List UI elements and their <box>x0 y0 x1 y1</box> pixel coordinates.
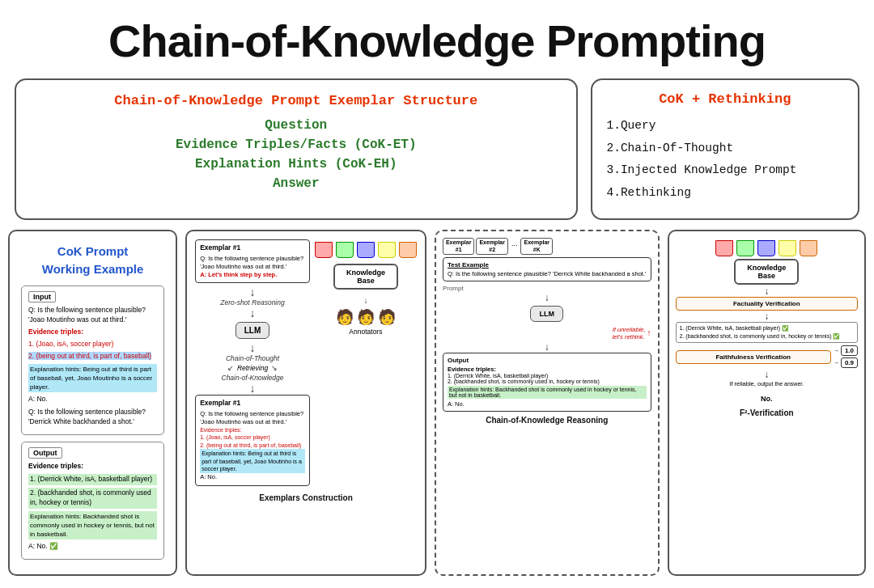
badge-ellipsis: ... <box>510 238 520 255</box>
arrow-cot: ↓ <box>195 342 310 353</box>
arrow-score-2: → <box>834 360 839 366</box>
faithfulness-row: Faithfulness Verification → 1.0 → 0.9 <box>676 345 858 368</box>
bucket-green <box>336 242 354 258</box>
llm-container-2: LLM <box>443 303 651 324</box>
input-question: Q: Is the following sentence plausible? … <box>28 306 157 325</box>
fact-arrow: ↓ <box>676 311 858 321</box>
cok-label: Chain-of-Knowledge <box>195 374 310 382</box>
kb-buckets-verify <box>676 240 858 256</box>
test-title: Test Example <box>448 261 647 269</box>
bucket-red <box>315 242 333 258</box>
evidence-item-1: 1. (Joao, isA, soccer player) <box>28 340 157 349</box>
output-ev-2-text: 2. (backhanded shot, is commonly used in… <box>30 489 151 506</box>
evidence-verify-box: 1. (Derrick White, isA, basketball playe… <box>676 322 858 343</box>
score-1: 1.0 <box>841 345 858 356</box>
cok-rethinking-title: CoK + Rethinking <box>607 91 844 107</box>
kb-arrow: ↓ <box>676 286 858 296</box>
llm-output-arrow: ↓ <box>443 342 651 352</box>
output-box: Output Evidence triples: 1. (Derrick Whi… <box>21 442 164 560</box>
exemplar1-a: A: Let's think step by step. <box>200 271 305 279</box>
output-evidence-2: 2. (backhanded shot, is commonly used in… <box>28 488 157 509</box>
scores-column: → 1.0 → 0.9 <box>834 345 858 368</box>
rethink-arrow: ↑ <box>647 328 651 337</box>
rethink-item-1: 1.Query <box>607 115 844 137</box>
middle-flex: Exemplar #1 Q: Is the following sentence… <box>195 239 417 489</box>
input-question-2: Q: Is the following sentence plausible? … <box>28 408 157 427</box>
output-evidence-label: Evidence triples: <box>28 462 157 472</box>
output-a-r: A: No. <box>448 400 647 408</box>
output-ev-1-text: 1. (Derrick White, isA, basketball playe… <box>30 475 152 483</box>
explanation-text: Explanation hints: Being out at third is… <box>30 366 152 391</box>
kb-buckets-top <box>315 242 417 258</box>
arrow-score-1: → <box>834 348 839 353</box>
arrow-after-zeroshot: ↓ <box>195 307 310 319</box>
vkb-box: Knowledge Base <box>734 259 799 285</box>
exemplar1-title: Exemplar #1 <box>200 243 305 252</box>
test-q: Q: Is the following sentence plausible? … <box>448 270 647 277</box>
faith-arrow: ↓ <box>676 370 858 379</box>
output-answer: A: No. ✅ <box>28 542 157 552</box>
faithfulness-box: Faithfulness Verification <box>676 350 831 364</box>
vbucket-yellow <box>779 240 796 256</box>
factuality-box: Factuality Verification <box>676 297 858 311</box>
reasoning-panel: Exemplar#1 Exemplar#2 ... Exemplar#K Tes… <box>435 230 660 576</box>
kb-to-annotator-arrow: ↓ <box>363 296 367 305</box>
zeroshot-label: Zero-shot Reasoning <box>195 298 310 307</box>
evidence-label: Evidence triples: <box>28 328 157 337</box>
unreliable-row: If unreliable,let's rethink. ↑ <box>443 326 651 341</box>
output-label: Output <box>28 447 62 459</box>
verify-ev-2: 2. (backhanded shot, is commonly used in… <box>680 333 854 340</box>
evidence-item-2: 2. (being out at third, is part of, base… <box>28 352 157 362</box>
left-panel-title: CoK PromptWorking Example <box>21 243 164 277</box>
verification-panel: Knowledge Base ↓ Factuality Verification… <box>668 230 866 576</box>
page-title: Chain-of-Knowledge Prompting <box>0 0 874 78</box>
rethink-item-4: 4.Rethinking <box>607 182 844 205</box>
prompt-label: Prompt <box>443 285 651 292</box>
exemplar-card-2: Exemplar #1 Q: Is the following sentence… <box>195 395 310 485</box>
badge-k: Exemplar#K <box>520 238 553 255</box>
exemplar-item-evidence: Evidence Triples/Facts (CoK-ET) <box>176 137 417 152</box>
exemplar2-title: Exemplar #1 <box>200 399 305 408</box>
final-answer: No. <box>761 395 773 403</box>
exemplar-item-answer: Answer <box>273 176 320 191</box>
middle-right: Knowledge Base ↓ 🧑 🧑 🧑 Annotators <box>315 239 417 489</box>
annotator-3: 🧑 <box>378 308 396 326</box>
explanation-hint: Explanation hints: Being out at third is… <box>28 364 157 393</box>
bucket-blue <box>357 242 375 258</box>
final-answer-container: No. <box>676 390 858 404</box>
output-answer-label: output the answer. <box>757 381 804 387</box>
arrow-cok: ↓ <box>195 383 310 394</box>
test-example-box: Test Example Q: Is the following sentenc… <box>443 257 651 281</box>
output-ev-label: Evidence triples: <box>448 366 647 373</box>
exemplar1-q: Q: Is the following sentence plausible? … <box>200 255 305 271</box>
output-title: Output <box>448 357 647 364</box>
vbucket-blue <box>757 240 775 256</box>
exemplar-badges: Exemplar#1 Exemplar#2 ... Exemplar#K <box>443 238 651 255</box>
kb-top-section: Knowledge Base <box>676 240 858 285</box>
left-panel: CoK PromptWorking Example Input Q: Is th… <box>8 230 177 576</box>
exemplar-structure-box: Chain-of-Knowledge Prompt Exemplar Struc… <box>15 78 578 220</box>
cot-label: Chain-of-Thought <box>195 354 310 362</box>
retrieving-label: ↙ <box>227 364 234 372</box>
score-row-1: → 1.0 <box>834 345 858 356</box>
exemplar2-a: A: No. <box>200 473 305 481</box>
verify-ev-1: 1. (Derrick White, isA, basketball playe… <box>680 325 854 332</box>
retrieving-text: Retrieving <box>237 364 268 372</box>
exemplar-card-1: Exemplar #1 Q: Is the following sentence… <box>195 239 310 283</box>
bucket-orange <box>399 242 417 258</box>
input-answer: A: No. <box>28 395 157 404</box>
if-reliable-label: If reliable, output the answer. <box>676 380 858 387</box>
annotator-1: 🧑 <box>336 308 354 326</box>
middle-left: Exemplar #1 Q: Is the following sentence… <box>195 239 310 489</box>
reasoning-caption: Chain-of-Knowledge Reasoning <box>443 416 651 425</box>
output-ev-r1: 1. (Derrick White, isA, basketball playe… <box>448 373 647 379</box>
retrieving-arrows: ↙ Retrieving ↘ <box>195 364 310 372</box>
vbucket-red <box>715 240 733 256</box>
output-ev-r2: 2. (backhanded shot, is commonly used in… <box>448 379 647 384</box>
prompt-arrow: ↓ <box>443 293 651 302</box>
rethink-item-2: 2.Chain-Of-Thought <box>607 137 844 160</box>
bucket-yellow <box>378 242 396 258</box>
unreliable-label: If unreliable,let's rethink. <box>613 326 646 341</box>
output-evidence-1: 1. (Derrick White, isA, basketball playe… <box>28 474 157 485</box>
exemplar-structure-title: Chain-of-Knowledge Prompt Exemplar Struc… <box>36 93 557 108</box>
